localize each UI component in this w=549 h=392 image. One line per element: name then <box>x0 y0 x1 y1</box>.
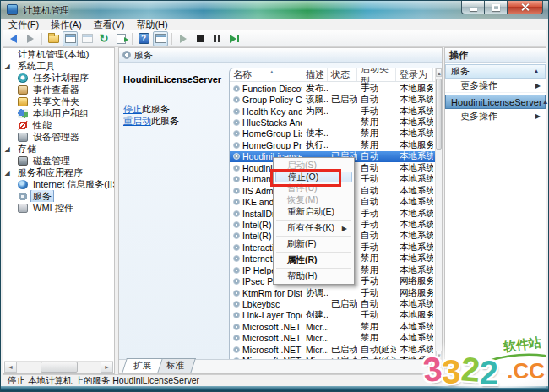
list-vertical-scrollbar[interactable]: ▲ ▼ <box>435 68 442 359</box>
watermark-digits: 3322 <box>423 352 498 386</box>
service-startup-cell: 手动 <box>357 174 396 185</box>
service-name-cell: Microsoft .NET F... <box>230 333 302 344</box>
menu-item-2[interactable]: 查看(V) <box>88 19 131 30</box>
start-service-button[interactable] <box>176 31 191 46</box>
service-startup-cell: 手动 <box>357 83 396 94</box>
restart-service-link[interactable]: 重启动 <box>123 116 151 126</box>
tree-item-10[interactable]: ◢服务和应用程序 <box>3 166 114 178</box>
service-row[interactable]: HlueStacks Andr...禁用本地系统 <box>230 117 435 128</box>
dev-icon <box>18 133 28 142</box>
minimize-button[interactable] <box>461 1 485 14</box>
column-header-2[interactable]: 状态 <box>328 68 357 81</box>
column-header-0[interactable]: 名称▴ <box>230 68 302 81</box>
context-menu-item-10[interactable]: 属性(R) <box>274 254 354 266</box>
service-logon-cell: 本地服务 <box>396 83 433 94</box>
stop-service-button[interactable] <box>193 31 208 46</box>
service-status-cell <box>328 117 357 128</box>
close-icon <box>520 3 530 12</box>
back-button[interactable] <box>6 31 21 46</box>
tab-extended[interactable]: 扩展 <box>122 358 163 373</box>
help-button[interactable]: ? <box>136 31 151 46</box>
service-logon-cell: 本地系统 <box>396 242 433 253</box>
service-row[interactable]: Function Discove...发布...手动本地服务 <box>230 83 435 94</box>
service-logon-cell: 本地系统 <box>396 117 433 128</box>
menu-item-3[interactable]: 帮助(H) <box>130 19 173 30</box>
service-row[interactable]: HomeGroup Pro...执行...禁用本地服务 <box>230 139 435 150</box>
service-startup-cell: 自动 <box>357 196 396 207</box>
restart-service-button[interactable] <box>226 31 242 46</box>
service-row[interactable]: Microsoft .NET F...Micr...禁用本地系统 <box>230 321 435 332</box>
tree-twisty-icon: ◢ <box>3 63 11 70</box>
tree-item-9[interactable]: 磁盘管理 <box>3 155 114 166</box>
collapse-chevron-icon: ▲ <box>533 68 540 75</box>
service-row[interactable]: Microsoft .NET F...Micr...禁用本地系统 <box>230 333 435 344</box>
tree-item-2[interactable]: 任务计划程序 <box>3 72 114 84</box>
watermark-cc: .CC <box>507 358 545 384</box>
more-actions-item[interactable]: 更多操作▶ <box>445 79 546 93</box>
properties-button[interactable] <box>79 31 95 46</box>
scrollbar-track[interactable] <box>17 362 101 373</box>
up-level-button[interactable] <box>46 31 61 46</box>
service-status-cell: 已启动 <box>328 344 357 355</box>
context-menu-item-12[interactable]: 帮助(H) <box>274 270 354 282</box>
context-menu-item-4[interactable]: 重新启动(E) <box>274 206 354 218</box>
export-list-button[interactable] <box>113 31 128 46</box>
tree-item-11[interactable]: Internet 信息服务(IIS)管理器 <box>3 178 114 190</box>
show-action-pane-button[interactable] <box>153 31 168 46</box>
service-logon-cell: 本地系统 <box>396 219 433 230</box>
tree-item-0[interactable]: 计算机管理(本地) <box>3 48 114 60</box>
service-row[interactable]: HomeGroup List...使本...禁用本地系统 <box>230 128 435 139</box>
service-row[interactable]: Microsoft .NET F...Micr...已启动自动(延迟...本地系… <box>230 344 435 355</box>
column-header-4[interactable]: 登录为 <box>396 68 433 81</box>
tree-item-13[interactable]: WMI 控件 <box>3 202 114 214</box>
forward-button[interactable] <box>23 31 38 46</box>
tree-horizontal-scrollbar[interactable]: ◄ ► <box>4 361 113 373</box>
tree-item-5[interactable]: 本地用户和组 <box>3 107 114 119</box>
tree-item-3[interactable]: 事件查看器 <box>3 84 114 95</box>
tree-item-7[interactable]: 设备管理器 <box>3 131 114 143</box>
menu-item-0[interactable]: 文件(F) <box>3 19 45 30</box>
window-dim-icon <box>82 34 93 43</box>
service-row[interactable]: Lbkeybsc已启动自动本地系统 <box>230 298 435 309</box>
service-desc-cell: 为网... <box>302 106 328 117</box>
column-header-3[interactable]: 启动类型 <box>357 68 396 81</box>
service-desc-cell: Micr... <box>302 344 328 355</box>
scroll-right-icon[interactable]: ► <box>101 362 113 373</box>
context-menu-item-8[interactable]: 刷新(F) <box>274 238 354 250</box>
actions-section-0[interactable]: 服务▲ <box>445 64 546 79</box>
refresh-button[interactable]: ↻ <box>96 31 111 46</box>
maximize-button[interactable] <box>485 1 508 14</box>
service-logon-cell: 本地系统 <box>396 106 433 117</box>
service-gear-icon <box>233 346 240 353</box>
show-console-tree-button[interactable] <box>63 31 78 46</box>
scrollbar-thumb[interactable] <box>436 79 442 150</box>
tree-item-4[interactable]: 共享文件夹 <box>3 95 114 107</box>
scroll-up-icon[interactable]: ▲ <box>436 68 442 77</box>
tree-item-label: 性能 <box>30 119 54 131</box>
scrollbar-thumb[interactable] <box>41 362 79 373</box>
service-row[interactable]: KtmRm for Distri...协调...手动网络服务 <box>230 287 435 298</box>
tree-item-12[interactable]: 服务 <box>3 190 114 202</box>
more-actions-item[interactable]: 更多操作▶ <box>445 109 546 123</box>
pause-service-button[interactable] <box>209 31 225 46</box>
close-button[interactable] <box>508 1 543 14</box>
submenu-arrow-icon: ▶ <box>535 112 541 120</box>
scroll-left-icon[interactable]: ◄ <box>4 362 17 373</box>
tree-item-8[interactable]: ◢存储 <box>3 143 114 155</box>
tree-item-6[interactable]: 性能 <box>3 119 114 131</box>
service-row[interactable]: Link-Layer Topol...创建...手动本地服务 <box>230 310 435 321</box>
column-header-1[interactable]: 描述 <box>302 68 328 81</box>
context-menu-item-6[interactable]: 所有任务(K)▶ <box>274 222 354 234</box>
service-row[interactable]: Health Key and ...为网...手动本地系统 <box>230 106 435 117</box>
tree-item-1[interactable]: ◢系统工具 <box>3 60 114 72</box>
stop-service-link[interactable]: 停止 <box>123 104 142 114</box>
toolbar-separator <box>171 33 172 45</box>
service-row[interactable]: Group Policy Cli...该服...已启动自动本地系统 <box>230 94 435 105</box>
context-menu-item-label: 刷新(F) <box>287 238 316 250</box>
service-status-cell <box>328 310 357 321</box>
actions-section-1[interactable]: HoudiniLicenseServer▲ <box>445 95 546 109</box>
service-gear-icon <box>233 165 240 172</box>
context-menu-item-label: 重新启动(E) <box>287 206 334 218</box>
menu-item-1[interactable]: 操作(A) <box>45 19 88 30</box>
service-startup-cell: 自动 <box>357 162 396 173</box>
